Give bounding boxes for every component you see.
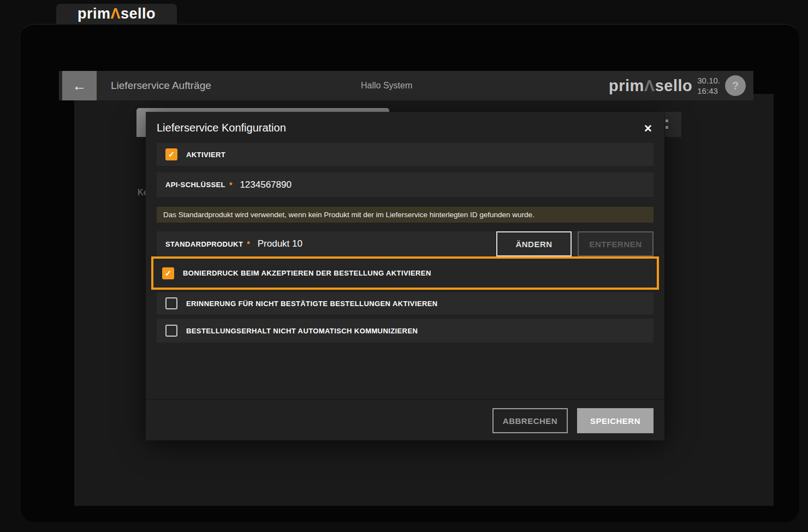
dots-icon [666,119,668,122]
erinnerung-label: ERINNERUNG FÜR NICHT BESTÄTIGTE BESTELLU… [186,300,438,308]
close-icon: ✕ [644,122,652,135]
standardprodukt-actions: ÄNDERN ENTFERNEN [496,231,653,256]
abbrechen-button[interactable]: ABBRECHEN [492,408,568,433]
info-banner: Das Standardprodukt wird verwendet, wenn… [157,207,653,223]
user-greeting: Hallo System [361,71,412,100]
brand-logo: primΛsello [78,7,156,21]
brand-logo-suffix: sello [121,5,156,22]
highlighted-row-wrapper: ✓ BONIERDRUCK BEIM AKZEPTIEREN DER BESTE… [151,256,659,290]
bonierdruck-label: BONIERDRUCK BEIM AKZEPTIEREN DER BESTELL… [183,269,431,277]
header-logo-prefix: prim [609,77,644,94]
aktiviert-label: AKTIVIERT [186,151,225,159]
app-header: ← Lieferservice Aufträge Hallo System pr… [59,71,753,100]
bestellungserhalt-checkbox[interactable] [165,325,177,337]
info-banner-text: Das Standardprodukt wird verwendet, wenn… [163,211,534,219]
standardprodukt-value: Produkt 10 [258,238,302,249]
aendern-button[interactable]: ÄNDERN [496,231,572,256]
api-schluessel-value[interactable]: 1234567890 [240,180,292,190]
date-text: 30.10. [697,75,720,86]
bestellungserhalt-label: BESTELLUNGSERHALT NICHT AUTOMATISCH KOMM… [186,327,418,335]
brand-logo-prefix: prim [78,5,111,22]
required-asterisk: * [247,240,249,248]
entfernen-button[interactable]: ENTFERNEN [578,231,653,256]
check-icon: ✓ [168,150,175,159]
help-button[interactable]: ? [725,75,746,96]
back-button[interactable]: ← [62,71,97,100]
close-button[interactable]: ✕ [638,118,658,138]
standardprodukt-label: STANDARDPRODUKT [165,240,243,248]
time-text: 16:43 [697,86,720,96]
back-arrow-icon: ← [73,77,87,94]
lieferservice-konfiguration-dialog: Lieferservice Konfiguration ✕ ✓ AKTIVIER… [146,112,664,440]
speichern-button[interactable]: SPEICHERN [577,408,653,433]
page-title: Lieferservice Aufträge [111,71,211,100]
row-erinnerung[interactable]: ERINNERUNG FÜR NICHT BESTÄTIGTE BESTELLU… [157,292,653,314]
datetime-display: 30.10. 16:43 [697,75,720,96]
dialog-footer: ABBRECHEN SPEICHERN [146,399,664,440]
brand-tab: primΛsello [56,4,177,24]
dots-icon [666,126,668,129]
background-toolbar-button[interactable] [665,112,681,137]
erinnerung-checkbox[interactable] [165,297,177,309]
row-bestellungserhalt[interactable]: BESTELLUNGSERHALT NICHT AUTOMATISCH KOMM… [157,319,653,343]
help-icon: ? [732,80,739,92]
row-api-schluessel[interactable]: API-SCHLÜSSEL * 1234567890 [157,172,653,197]
check-icon: ✓ [165,268,172,278]
row-standardprodukt: STANDARDPRODUKT * Produkt 10 ÄNDERN ENTF… [157,231,653,256]
row-bonierdruck[interactable]: ✓ BONIERDRUCK BEIM AKZEPTIEREN DER BESTE… [153,259,657,288]
row-aktiviert[interactable]: ✓ AKTIVIERT [157,143,653,166]
header-right-group: primΛsello 30.10. 16:43 ? [609,71,746,100]
required-asterisk: * [229,181,232,189]
bonierdruck-checkbox[interactable]: ✓ [162,267,174,279]
api-schluessel-label: API-SCHLÜSSEL [165,181,225,189]
header-logo-suffix: sello [655,77,693,94]
aktiviert-checkbox[interactable]: ✓ [165,148,177,160]
header-logo-mark: Λ [644,77,655,94]
header-brand-logo: primΛsello [609,78,692,94]
brand-logo-mark: Λ [110,5,121,22]
dialog-title: Lieferservice Konfiguration [157,122,286,134]
